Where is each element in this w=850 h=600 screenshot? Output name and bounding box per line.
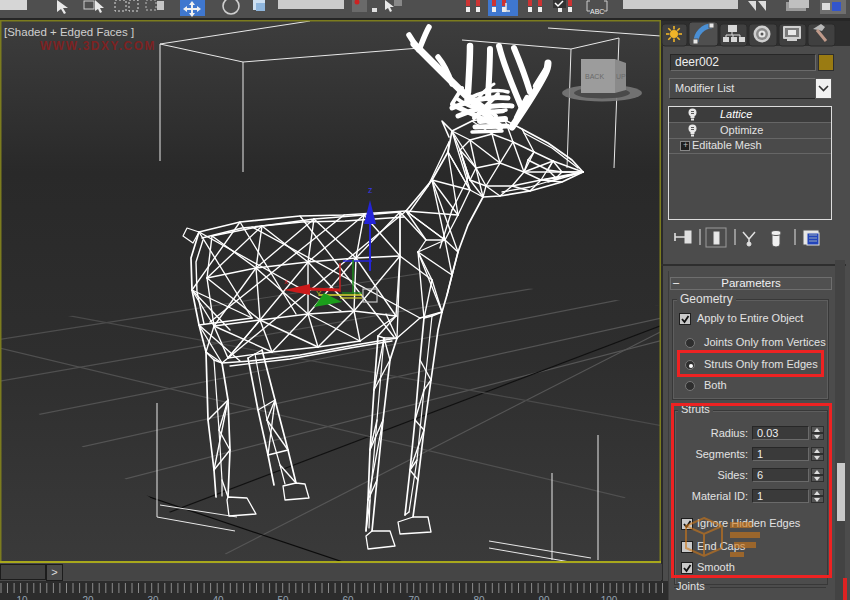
- svg-text:30: 30: [147, 595, 159, 600]
- svg-text:ABC: ABC: [590, 8, 604, 15]
- svg-text:70: 70: [408, 595, 420, 600]
- svg-text:40: 40: [212, 595, 224, 600]
- svg-text:90: 90: [538, 595, 550, 600]
- svg-text:x: x: [284, 277, 288, 286]
- svg-text:BACK: BACK: [585, 73, 604, 80]
- svg-text:z: z: [368, 185, 373, 195]
- svg-text:WWW.3DXY.COM: WWW.3DXY.COM: [40, 39, 156, 53]
- svg-text:80: 80: [473, 595, 485, 600]
- svg-text:50: 50: [277, 595, 289, 600]
- svg-text:60: 60: [342, 595, 354, 600]
- svg-text:10: 10: [16, 595, 28, 600]
- svg-text:UP: UP: [616, 73, 626, 80]
- svg-text:20: 20: [82, 595, 94, 600]
- svg-text:[Shaded + Edged Faces ]: [Shaded + Edged Faces ]: [4, 26, 134, 38]
- svg-text:100: 100: [601, 595, 618, 600]
